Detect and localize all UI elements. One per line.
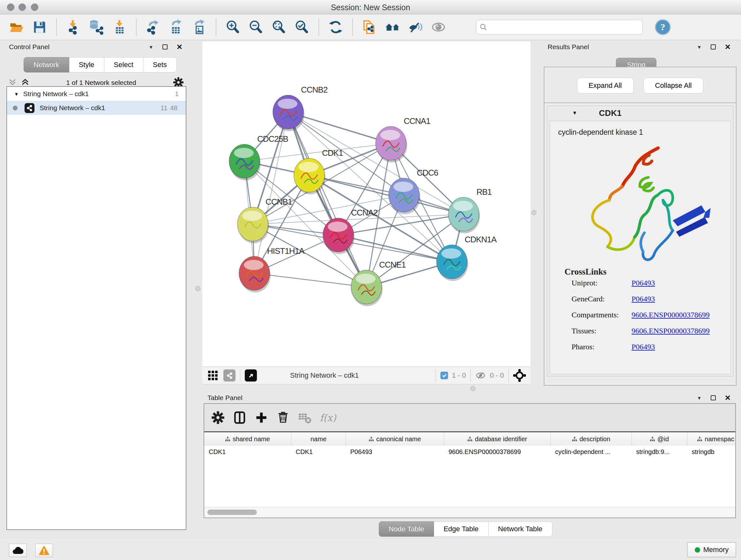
tab-network-table[interactable]: Network Table <box>488 521 552 537</box>
node-label-CDC6: CDC6 <box>417 168 438 178</box>
delete-column-button[interactable] <box>276 411 290 424</box>
hide-selected-button[interactable] <box>406 18 425 36</box>
crosslink-uniprot[interactable]: P06493 <box>631 279 655 287</box>
delete-table-button[interactable] <box>298 411 312 424</box>
network-edge[interactable] <box>254 273 366 287</box>
column-header-namespac[interactable]: namespac <box>687 432 736 446</box>
table-horizontal-scrollbar[interactable] <box>204 507 735 517</box>
network-node-CDKN1A[interactable] <box>436 245 468 281</box>
collapse-all-button[interactable]: Collapse All <box>643 78 704 94</box>
network-node-CCNA2[interactable] <box>323 218 354 254</box>
network-edge[interactable] <box>288 112 366 287</box>
save-session-button[interactable] <box>30 18 49 36</box>
function-builder-button[interactable]: f(x) <box>320 412 336 423</box>
export-image-button[interactable] <box>190 18 209 36</box>
pan-mode-button[interactable] <box>513 369 526 382</box>
duplicate-network-button[interactable] <box>360 18 379 36</box>
open-session-button[interactable] <box>7 18 26 36</box>
crosslink-pharos[interactable]: P06493 <box>631 343 655 351</box>
tab-node-table[interactable]: Node Table <box>379 521 434 537</box>
network-node-CCNB2[interactable] <box>273 95 305 131</box>
crosslink-compartments[interactable]: 9606.ENSP00000378699 <box>631 311 710 319</box>
network-node-RB1[interactable] <box>448 197 480 233</box>
protein-collapse-icon[interactable]: ▼ <box>570 110 579 116</box>
network-row[interactable]: String Network – cdk1 11 48 <box>7 101 186 115</box>
network-edge[interactable] <box>309 175 464 214</box>
memory-button[interactable]: Memory <box>687 543 736 557</box>
cloud-status-button[interactable] <box>9 544 27 557</box>
right-splitter-handle[interactable] <box>531 210 536 215</box>
network-view-canvas[interactable]: CCNB2CCNA1CDC25BCDK1CDC6RB1CCNB1CCNA2CDK… <box>202 42 530 367</box>
network-node-CDC6[interactable] <box>389 178 420 214</box>
import-table-button[interactable] <box>110 18 129 36</box>
table-options-button[interactable] <box>211 411 225 424</box>
tab-edge-table[interactable]: Edge Table <box>434 521 488 537</box>
export-table-button[interactable] <box>166 18 186 36</box>
network-node-CDC25B[interactable] <box>229 144 261 180</box>
network-overview-button[interactable] <box>223 369 235 381</box>
column-header-@id[interactable]: @id <box>632 432 687 446</box>
control-panel-menu-button[interactable]: ▼ <box>147 44 155 50</box>
scrollbar-thumb[interactable] <box>207 509 257 515</box>
crosshair-icon <box>513 369 526 382</box>
search-field[interactable] <box>476 20 643 35</box>
home-view-button[interactable] <box>383 18 402 36</box>
tab-select[interactable]: Select <box>105 57 143 72</box>
column-header-database-identifier[interactable]: database identifier <box>444 432 551 446</box>
tab-network[interactable]: Network <box>23 57 69 72</box>
show-all-button[interactable] <box>429 18 448 36</box>
export-network-icon <box>145 19 161 35</box>
warnings-button[interactable] <box>35 544 53 557</box>
tab-sets[interactable]: Sets <box>143 57 177 72</box>
selected-nodes-checkbox[interactable] <box>441 372 448 379</box>
help-button[interactable]: ? <box>655 19 671 35</box>
results-panel-close-button[interactable]: ✕ <box>723 43 733 51</box>
network-collection-row[interactable]: ▼ String Network – cdk1 1 <box>7 87 186 101</box>
show-columns-button[interactable] <box>233 411 246 424</box>
column-header-canonical-name[interactable]: canonical name <box>346 432 444 446</box>
crosslink-tissues[interactable]: 9606.ENSP00000378699 <box>631 327 710 335</box>
table-panel-close-button[interactable]: ✕ <box>723 394 733 402</box>
table-row[interactable]: CDK1CDK1P064939606.ENSP00000378699cyclin… <box>204 446 735 458</box>
open-in-window-button[interactable] <box>245 369 257 381</box>
column-header-description[interactable]: description <box>551 432 632 446</box>
birdseye-toggle-button[interactable] <box>207 370 219 381</box>
import-network-from-database-button[interactable] <box>87 18 106 36</box>
column-header-name[interactable]: name <box>291 432 346 446</box>
network-node-CCNB1[interactable] <box>238 207 269 243</box>
zoom-in-button[interactable] <box>223 18 243 36</box>
results-panel-menu-button[interactable]: ▼ <box>695 44 704 50</box>
control-panel-float-button[interactable] <box>162 44 167 50</box>
svg-text:?: ? <box>661 22 665 32</box>
crosslink-genecard[interactable]: P06493 <box>631 295 655 303</box>
grid-icon <box>207 370 219 381</box>
network-node-CCNE1[interactable] <box>351 270 383 306</box>
apply-layout-button[interactable] <box>326 18 345 36</box>
collection-expand-icon[interactable]: ▼ <box>14 91 19 97</box>
expand-all-button[interactable]: Expand All <box>577 78 634 94</box>
zoom-fit-button[interactable] <box>269 18 288 36</box>
left-splitter-handle[interactable] <box>195 286 200 291</box>
protein-description: cyclin-dependent kinase 1 <box>558 128 731 137</box>
export-network-button[interactable] <box>144 18 163 36</box>
control-panel-close-button[interactable]: ✕ <box>175 43 185 51</box>
zoom-selected-button[interactable] <box>292 18 312 36</box>
table-panel-float-button[interactable] <box>711 395 716 400</box>
control-panel-tabs: Network Style Select Sets <box>23 57 177 72</box>
network-node-CCNA1[interactable] <box>376 126 407 163</box>
search-input[interactable] <box>487 23 639 31</box>
add-column-button[interactable] <box>255 411 268 424</box>
network-edge[interactable] <box>338 235 452 262</box>
zoom-out-button[interactable] <box>246 18 266 36</box>
table-toolbar: f(x) <box>204 404 735 431</box>
horizontal-splitter-handle[interactable] <box>470 386 475 391</box>
refresh-icon <box>328 19 343 35</box>
network-node-HIST1H1A[interactable] <box>239 256 271 293</box>
network-node-CDK1[interactable] <box>294 159 326 194</box>
table-scroll-area[interactable]: shared namenamecanonical namedatabase id… <box>204 431 735 507</box>
table-panel-menu-button[interactable]: ▼ <box>695 395 704 401</box>
import-network-button[interactable] <box>64 18 83 36</box>
results-panel-float-button[interactable] <box>711 44 716 50</box>
column-header-shared-name[interactable]: shared name <box>204 432 291 446</box>
tab-style[interactable]: Style <box>69 57 105 72</box>
